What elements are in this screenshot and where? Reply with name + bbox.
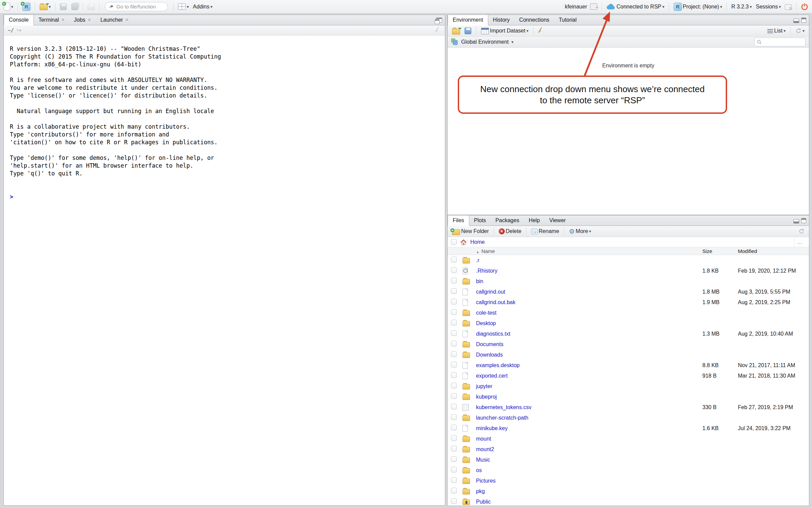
connection-menu[interactable]: Connected to RSP ▾ [605,3,666,10]
new-file-button[interactable]: + ▾ [3,2,14,11]
tab[interactable]: Tutorial [554,15,582,25]
row-checkbox[interactable] [451,467,457,472]
tab[interactable]: Console [4,15,34,25]
file-name-link[interactable]: minikube.key [476,425,508,431]
file-name-link[interactable]: callgrind.out [476,289,505,295]
chevron-down-icon[interactable]: ▾ [11,5,13,9]
file-name-link[interactable]: Documents [476,341,503,347]
goto-file-input[interactable] [116,3,160,10]
minimize-pane-icon[interactable] [793,19,799,23]
row-checkbox[interactable] [451,330,457,336]
file-name-link[interactable]: kubernetes_tokens.csv [476,404,532,410]
save-button[interactable] [59,3,68,11]
file-name-link[interactable]: examples.desktop [476,362,520,368]
row-checkbox[interactable] [451,425,457,430]
list-view-menu[interactable]: List ▾ [766,27,787,35]
print-button[interactable] [86,3,96,11]
r-version-menu[interactable]: R 3.2.3 ▾ [730,3,753,10]
row-checkbox[interactable] [451,404,457,409]
new-project-button[interactable]: R+ [21,2,31,12]
file-name-link[interactable]: jupyter [476,383,492,389]
tab[interactable]: Launcher × [96,15,133,25]
row-checkbox[interactable] [451,372,457,378]
file-name-link[interactable]: callgrind.out.bak [476,299,516,305]
row-checkbox[interactable] [451,288,457,294]
file-name-link[interactable]: Pictures [476,478,496,484]
pane-layout-button[interactable]: ▾ [177,3,190,10]
file-name-link[interactable]: cole-test [476,310,496,316]
project-menu[interactable]: R Project: (None) ▾ [673,2,723,12]
file-name-link[interactable]: os [476,467,482,473]
column-header-size[interactable]: Size [702,248,738,254]
file-name-link[interactable]: kubeproj [476,394,497,400]
row-checkbox[interactable] [451,278,457,283]
row-checkbox[interactable] [451,383,457,388]
new-session-button[interactable] [784,3,793,10]
row-checkbox[interactable] [451,477,457,483]
column-header-name[interactable]: ▲Name [476,248,702,254]
file-name-link[interactable]: Downloads [476,352,503,358]
new-folder-button[interactable]: + New Folder [451,227,490,236]
row-checkbox[interactable] [451,498,457,504]
row-checkbox[interactable] [451,351,457,357]
tab[interactable]: Terminal × [34,15,69,25]
row-checkbox[interactable] [451,362,457,367]
file-name-link[interactable]: Music [476,457,490,463]
tab[interactable]: Connections [515,15,554,25]
column-header-modified[interactable]: Modified [738,248,806,254]
tab[interactable]: Viewer [545,215,571,226]
tab[interactable]: Plots [469,215,491,226]
row-checkbox[interactable] [451,435,457,441]
file-name-link[interactable]: Desktop [476,320,496,326]
row-checkbox[interactable] [451,446,457,451]
environment-search[interactable] [754,38,806,46]
maximize-pane-icon[interactable] [801,18,806,23]
import-dataset-button[interactable]: Import Dataset ▾ [480,27,529,35]
sessions-menu[interactable]: Sessions ▾ [755,3,782,10]
chevron-down-icon[interactable]: ▾ [187,5,189,9]
tab[interactable]: Files [448,215,469,226]
console-prompt[interactable]: > [10,193,445,201]
restore-panes-icon[interactable] [436,18,442,23]
more-menu[interactable]: ⚙ More ▾ [568,228,592,235]
chevron-down-icon[interactable]: ▾ [512,40,514,44]
file-name-link[interactable]: diagnostics.txt [476,331,510,337]
file-name-link[interactable]: bin [476,278,483,284]
scope-label[interactable]: Global Environment [461,39,509,45]
save-workspace-button[interactable] [464,27,472,35]
row-checkbox[interactable] [451,320,457,325]
row-checkbox[interactable] [451,257,457,262]
row-checkbox[interactable] [451,309,457,315]
maximize-pane-icon[interactable] [801,218,806,223]
tab-close-icon[interactable]: × [125,17,128,23]
environment-search-input[interactable] [763,39,800,45]
row-checkbox[interactable] [451,488,457,493]
file-name-link[interactable]: mount [476,436,491,442]
chevron-down-icon[interactable]: ▾ [49,5,51,9]
file-name-link[interactable]: launcher-scratch-path [476,415,528,421]
file-name-link[interactable]: exported.cert [476,373,508,379]
load-workspace-button[interactable] [451,27,461,35]
addins-menu[interactable]: Addins ▾ [192,3,213,10]
goto-file-search[interactable] [105,2,168,11]
refresh-files-button[interactable] [797,228,806,235]
file-name-link[interactable]: Public [476,499,491,505]
clear-environment-icon[interactable] [537,27,544,35]
file-name-link[interactable]: mount2 [476,446,494,452]
console-output[interactable]: R version 3.2.3 (2015-12-10) -- "Wooden … [4,36,445,505]
row-checkbox[interactable] [451,267,457,273]
tab[interactable]: Jobs × [69,15,96,25]
row-checkbox[interactable] [451,341,457,346]
minimize-pane-icon[interactable] [793,219,799,224]
rename-button[interactable]: → Rename [530,228,560,235]
quit-session-button[interactable] [800,2,809,11]
select-all-checkbox[interactable] [451,239,457,245]
file-name-link[interactable]: pkg [476,488,485,494]
save-all-button[interactable] [70,3,79,11]
tab-close-icon[interactable]: × [61,17,64,23]
clear-console-icon[interactable] [434,26,441,35]
sign-out-button[interactable] [589,3,598,10]
tab-close-icon[interactable]: × [88,17,91,23]
row-checkbox[interactable] [451,299,457,304]
tab[interactable]: Help [524,215,545,226]
